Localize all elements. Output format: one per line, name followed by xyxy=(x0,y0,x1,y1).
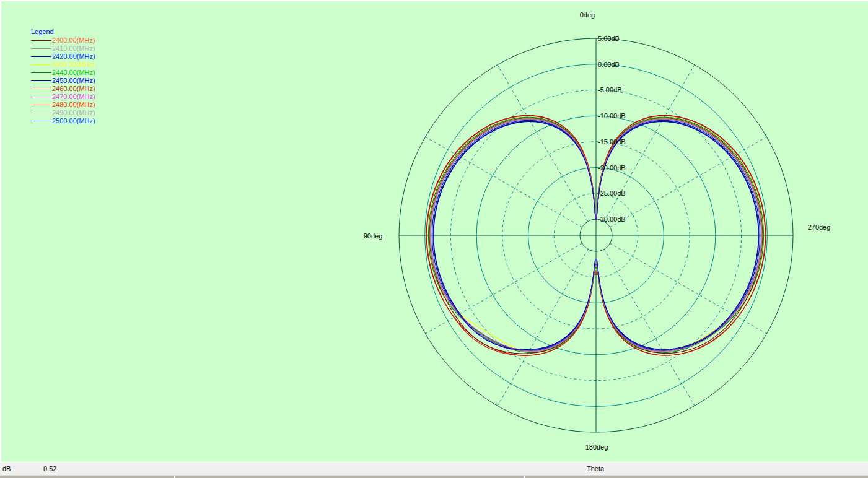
window-edge-strip xyxy=(0,475,868,478)
legend-label: 2480.00(MHz) xyxy=(52,101,95,109)
window-border-left xyxy=(0,0,1,462)
angle-label-180deg: 180deg xyxy=(585,443,608,451)
ring-label--15dB: -15.00dB xyxy=(598,138,626,146)
grid-spoke-60deg xyxy=(426,137,582,227)
legend-label: 2500.00(MHz) xyxy=(52,117,95,125)
window-border-top xyxy=(0,0,868,1)
grid-spoke-150deg xyxy=(498,250,588,406)
status-bar: dB 0.52 Theta xyxy=(0,462,868,475)
ring-label--30dB: -30.00dB xyxy=(598,215,626,223)
legend-item: 2490.00(MHz) xyxy=(31,109,95,117)
legend-item: 2470.00(MHz) xyxy=(31,93,95,101)
radiation-pattern-plot[interactable]: 5.00dB0.00dB-5.00dB-10.00dB-15.00dB-20.0… xyxy=(0,0,868,462)
legend-label: 2450.00(MHz) xyxy=(52,77,95,85)
app-window: 5.00dB0.00dB-5.00dB-10.00dB-15.00dB-20.0… xyxy=(0,0,868,478)
legend-label: 2420.00(MHz) xyxy=(52,53,95,61)
legend-label: 2490.00(MHz) xyxy=(52,109,95,117)
legend-label: 2470.00(MHz) xyxy=(52,93,95,101)
angle-label-0deg: 0deg xyxy=(580,11,595,19)
legend-item: 2450.00(MHz) xyxy=(31,77,95,85)
legend-label: 2460.00(MHz) xyxy=(52,85,95,93)
legend-swatch xyxy=(31,80,51,81)
grid-spoke-120deg xyxy=(426,243,582,334)
legend-swatch xyxy=(31,48,51,49)
ring-label--10dB: -10.00dB xyxy=(598,112,626,120)
legend-swatch xyxy=(31,113,51,113)
legend-swatch xyxy=(31,64,51,65)
grid-spoke-300deg xyxy=(610,137,767,227)
legend-title: Legend xyxy=(31,27,95,37)
legend-label: 2410.00(MHz) xyxy=(52,45,95,53)
legend-swatch xyxy=(31,105,51,105)
ring-label-0dB: 0.00dB xyxy=(598,61,620,68)
legend-swatch xyxy=(31,40,51,41)
legend-swatch xyxy=(31,72,51,73)
legend-swatch xyxy=(31,97,51,97)
legend: Legend 2400.00(MHz)2410.00(MHz)2420.00(M… xyxy=(31,27,95,125)
angle-label-270deg: 270deg xyxy=(808,224,831,231)
status-angular-axis-label: Theta xyxy=(587,465,604,472)
legend-label: 2440.00(MHz) xyxy=(52,69,95,77)
ring-label-5dB: 5.00dB xyxy=(598,35,620,42)
legend-label: 2400.00(MHz) xyxy=(52,37,95,45)
legend-item: 2500.00(MHz) xyxy=(31,117,95,125)
legend-item: 2430.00(MHz) xyxy=(31,61,95,69)
legend-label: 2430.00(MHz) xyxy=(52,61,95,69)
status-radial-axis-label: dB xyxy=(2,465,11,472)
legend-swatch xyxy=(31,121,51,121)
strip-separator xyxy=(524,476,525,478)
legend-item: 2440.00(MHz) xyxy=(31,69,95,77)
grid-spoke-30deg xyxy=(498,65,588,222)
legend-item: 2460.00(MHz) xyxy=(31,85,95,93)
ring-label--25dB: -25.00dB xyxy=(598,189,626,197)
angle-label-90deg: 90deg xyxy=(364,232,383,240)
legend-rows: 2400.00(MHz)2410.00(MHz)2420.00(MHz)2430… xyxy=(31,37,95,125)
ring-label--5dB: -5.00dB xyxy=(598,86,622,93)
legend-swatch xyxy=(31,56,51,57)
legend-item: 2410.00(MHz) xyxy=(31,45,95,53)
ring-label--20dB: -20.00dB xyxy=(598,164,626,172)
legend-item: 2400.00(MHz) xyxy=(31,37,95,45)
grid-spoke-210deg xyxy=(604,250,695,406)
legend-item: 2420.00(MHz) xyxy=(31,53,95,61)
strip-separator xyxy=(174,476,175,478)
legend-item: 2480.00(MHz) xyxy=(31,101,95,109)
status-cursor-value: 0.52 xyxy=(43,465,56,472)
legend-swatch xyxy=(31,89,51,89)
grid-spoke-240deg xyxy=(610,243,767,334)
